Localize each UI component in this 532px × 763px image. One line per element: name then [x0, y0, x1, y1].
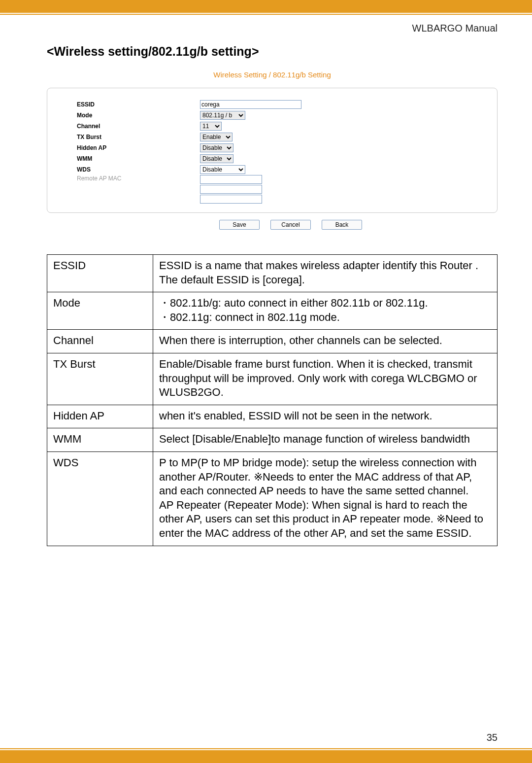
table-row: WDSP to MP(P to MP bridge mode): setup t…: [47, 451, 498, 546]
essid-input[interactable]: [200, 100, 301, 109]
label-essid: ESSID: [77, 101, 200, 108]
save-button[interactable]: Save: [219, 220, 260, 230]
table-row: WMMSelect [Disable/Enable]to manage func…: [47, 428, 498, 452]
table-key: TX Burst: [47, 353, 153, 405]
remote-mac-input-3[interactable]: [200, 195, 262, 204]
label-wds: WDS: [77, 166, 200, 173]
table-value: ・802.11b/g: auto connect in either 802.1…: [153, 292, 498, 330]
table-key: WDS: [47, 451, 153, 546]
label-wmm: WMM: [77, 155, 200, 162]
table-row: Mode・802.11b/g: auto connect in either 8…: [47, 292, 498, 330]
cancel-button[interactable]: Cancel: [270, 220, 311, 230]
table-value: when it's enabled, ESSID will not be see…: [153, 405, 498, 428]
table-row: ESSIDESSID is a name that makes wireless…: [47, 255, 498, 292]
top-bar: [0, 0, 532, 13]
table-key: ESSID: [47, 255, 153, 292]
settings-panel: ESSID Mode 802.11g / b Channel 11: [47, 88, 498, 213]
screenshot-caption: Wireless Setting / 802.11g/b Setting: [47, 70, 498, 79]
label-txburst: TX Burst: [77, 134, 200, 140]
label-mode: Mode: [77, 112, 200, 119]
back-button[interactable]: Back: [322, 220, 362, 230]
remote-mac-input-2[interactable]: [200, 185, 262, 194]
table-value: Select [Disable/Enable]to manage functio…: [153, 428, 498, 452]
mode-select[interactable]: 802.11g / b: [200, 111, 245, 120]
table-key: WMM: [47, 428, 153, 452]
description-table: ESSIDESSID is a name that makes wireless…: [47, 254, 498, 546]
channel-select[interactable]: 11: [200, 122, 222, 131]
table-key: Mode: [47, 292, 153, 330]
table-key: Hidden AP: [47, 405, 153, 428]
label-remote-mac: Remote AP MAC: [77, 175, 200, 182]
table-value: ESSID is a name that makes wireless adap…: [153, 255, 498, 292]
bottom-bar: [0, 750, 532, 763]
settings-screenshot: Wireless Setting / 802.11g/b Setting ESS…: [47, 70, 498, 230]
table-value: P to MP(P to MP bridge mode): setup the …: [153, 451, 498, 546]
table-row: Hidden APwhen it's enabled, ESSID will n…: [47, 405, 498, 428]
divider: [0, 14, 532, 15]
wds-select[interactable]: Disable: [200, 165, 245, 174]
remote-mac-input-1[interactable]: [200, 175, 262, 184]
table-row: TX BurstEnable/Disable frame burst funct…: [47, 353, 498, 405]
wmm-select[interactable]: Disable: [200, 154, 233, 163]
divider: [0, 748, 532, 749]
label-hiddenap: Hidden AP: [77, 144, 200, 151]
table-key: Channel: [47, 330, 153, 353]
section-heading: <Wireless setting/802.11g/b setting>: [47, 44, 498, 59]
page-number: 35: [487, 732, 498, 743]
manual-title: WLBARGO Manual: [412, 23, 498, 34]
table-row: ChannelWhen there is interruption, other…: [47, 330, 498, 353]
table-value: When there is interruption, other channe…: [153, 330, 498, 353]
txburst-select[interactable]: Enable: [200, 133, 233, 141]
hiddenap-select[interactable]: Disable: [200, 143, 233, 152]
table-value: Enable/Disable frame burst function. Whe…: [153, 353, 498, 405]
label-channel: Channel: [77, 123, 200, 130]
